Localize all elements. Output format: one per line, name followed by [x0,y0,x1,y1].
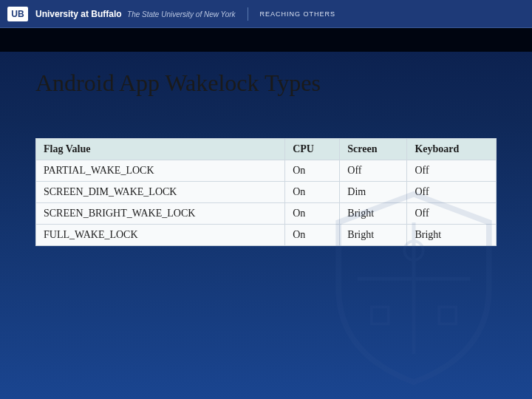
university-name: University at Buffalo The State Universi… [35,9,236,19]
table-row: SCREEN_DIM_WAKE_LOCK On Dim Off [36,182,497,203]
cell-flag: FULL_WAKE_LOCK [36,225,285,246]
col-cpu: CPU [285,139,340,160]
cell-flag: SCREEN_DIM_WAKE_LOCK [36,182,285,203]
tagline: REACHING OTHERS [260,10,336,18]
cell-flag: SCREEN_BRIGHT_WAKE_LOCK [36,203,285,225]
cell-screen: Bright [340,203,407,225]
cell-keyboard: Off [407,160,497,182]
cell-screen: Dim [340,182,407,203]
svg-rect-4 [439,307,456,324]
header-bar: UB University at Buffalo The State Unive… [0,0,532,28]
cell-screen: Off [340,160,407,182]
page-title: Android App Wakelock Types [35,69,497,97]
table-row: FULL_WAKE_LOCK On Bright Bright [36,225,497,246]
cell-keyboard: Off [407,203,497,225]
table-row: SCREEN_BRIGHT_WAKE_LOCK On Bright Off [36,203,497,225]
ub-logo: UB [7,7,28,21]
wakelock-table: Flag Value CPU Screen Keyboard PARTIAL_W… [35,138,497,246]
cell-keyboard: Bright [407,225,497,246]
cell-cpu: On [285,160,340,182]
cell-cpu: On [285,203,340,225]
table-header-row: Flag Value CPU Screen Keyboard [36,139,497,160]
col-keyboard: Keyboard [407,139,497,160]
cell-flag: PARTIAL_WAKE_LOCK [36,160,285,182]
header-divider [248,7,248,21]
col-screen: Screen [340,139,407,160]
cell-keyboard: Off [407,182,497,203]
svg-rect-3 [372,307,389,324]
cell-cpu: On [285,225,340,246]
slide-content: Android App Wakelock Types Flag Value CP… [0,52,532,264]
col-flag: Flag Value [36,139,285,160]
univ-main: University at Buffalo [35,9,122,19]
cell-cpu: On [285,182,340,203]
cell-screen: Bright [340,225,407,246]
dark-strip [0,28,532,52]
table-row: PARTIAL_WAKE_LOCK On Off Off [36,160,497,182]
univ-sub: The State University of New York [127,10,236,18]
